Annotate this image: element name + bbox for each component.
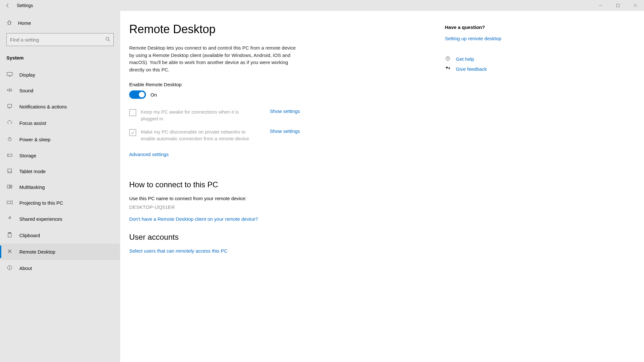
sidebar: Home System Display Sound Notificatio [0, 11, 120, 362]
sidebar-item-focus-assist[interactable]: Focus assist [0, 115, 120, 131]
sidebar-item-label: Display [19, 72, 35, 78]
svg-point-21 [9, 266, 10, 267]
storage-icon [6, 153, 13, 158]
clipboard-icon [6, 232, 13, 238]
feedback-icon [445, 66, 451, 72]
close-button[interactable] [627, 0, 644, 11]
svg-point-2 [106, 37, 109, 40]
svg-line-3 [109, 40, 110, 41]
sidebar-item-sound[interactable]: Sound [0, 83, 120, 98]
svg-rect-4 [7, 72, 12, 76]
help-panel: Have a question? Setting up remote deskt… [445, 23, 583, 362]
window-title: Settings [15, 3, 33, 8]
pc-name-label: Use this PC name to connect from your re… [129, 196, 426, 201]
arrow-left-icon [5, 3, 10, 8]
toggle-state: On [150, 92, 157, 97]
svg-rect-15 [10, 187, 12, 188]
svg-point-10 [8, 155, 9, 156]
give-feedback-label: Give feedback [456, 66, 487, 72]
power-icon [6, 136, 13, 143]
keep-awake-checkbox[interactable] [129, 109, 136, 116]
keep-awake-label: Keep my PC awake for connections when it… [141, 108, 257, 122]
notifications-icon [6, 104, 13, 110]
enable-remote-desktop-toggle[interactable] [129, 90, 146, 99]
maximize-icon [616, 4, 620, 7]
sidebar-nav: Display Sound Notifications & actions Fo… [0, 64, 120, 276]
discoverable-label: Make my PC discoverable on private netwo… [141, 128, 257, 142]
give-feedback-link[interactable]: Give feedback [445, 64, 583, 74]
multitasking-icon [6, 184, 13, 190]
search-icon [105, 37, 110, 42]
sidebar-item-power-sleep[interactable]: Power & sleep [0, 131, 120, 148]
svg-rect-1 [617, 4, 620, 7]
select-users-link[interactable]: Select users that can remotely access th… [129, 248, 227, 254]
svg-rect-14 [10, 185, 12, 186]
maximize-button[interactable] [609, 0, 627, 11]
svg-rect-13 [7, 185, 9, 188]
keep-awake-show-settings-link[interactable]: Show settings [270, 108, 300, 114]
have-a-question-heading: Have a question? [445, 24, 583, 30]
tablet-icon [6, 169, 13, 174]
discoverable-checkbox[interactable] [129, 129, 136, 136]
help-icon [445, 56, 451, 62]
focus-assist-icon [6, 120, 13, 126]
sidebar-item-label: Multitasking [19, 184, 45, 190]
minimize-icon [599, 4, 602, 7]
sidebar-item-tablet-mode[interactable]: Tablet mode [0, 163, 120, 179]
sidebar-item-clipboard[interactable]: Clipboard [0, 227, 120, 244]
sidebar-item-label: Sound [19, 88, 33, 93]
get-help-link[interactable]: Get help [445, 54, 583, 64]
sound-icon [6, 88, 13, 93]
how-to-connect-heading: How to connect to this PC [129, 180, 426, 189]
sidebar-item-multitasking[interactable]: Multitasking [0, 179, 120, 195]
sidebar-item-notifications[interactable]: Notifications & actions [0, 98, 120, 115]
keep-awake-option: Keep my PC awake for connections when it… [129, 107, 300, 126]
sidebar-item-label: Clipboard [19, 233, 40, 238]
sidebar-item-shared-experiences[interactable]: Shared experiences [0, 211, 120, 227]
enable-remote-desktop-label: Enable Remote Desktop [129, 82, 426, 87]
advanced-settings-link[interactable]: Advanced settings [129, 152, 169, 157]
pc-name: DESKTOP-IJQ51ER [129, 204, 426, 210]
discoverable-option: Make my PC discoverable on private netwo… [129, 126, 300, 146]
sidebar-item-storage[interactable]: Storage [0, 148, 120, 163]
check-icon [130, 130, 135, 135]
sidebar-home-label: Home [18, 20, 31, 26]
no-client-link[interactable]: Don't have a Remote Desktop client on yo… [129, 216, 258, 222]
user-accounts-heading: User accounts [129, 233, 426, 242]
sidebar-home[interactable]: Home [0, 16, 120, 30]
search-field[interactable] [10, 37, 105, 42]
main-content: Remote Desktop Remote Desktop lets you c… [120, 11, 644, 362]
window-controls [592, 0, 644, 11]
sidebar-item-about[interactable]: About [0, 260, 120, 276]
display-icon [6, 72, 13, 78]
sidebar-item-label: Power & sleep [19, 137, 51, 142]
sidebar-item-label: Projecting to this PC [19, 200, 63, 206]
title-bar: Settings [0, 0, 644, 11]
minimize-button[interactable] [592, 0, 609, 11]
sidebar-item-label: Focus assist [19, 120, 46, 126]
sidebar-item-label: Storage [19, 153, 36, 158]
page-description: Remote Desktop lets you connect to and c… [129, 44, 297, 73]
svg-rect-6 [8, 104, 12, 107]
sidebar-item-label: Notifications & actions [19, 104, 67, 109]
remote-desktop-icon [6, 249, 13, 255]
setting-up-remote-desktop-link[interactable]: Setting up remote desktop [445, 36, 583, 41]
sidebar-category: System [0, 51, 120, 64]
sidebar-item-projecting[interactable]: Projecting to this PC [0, 195, 120, 211]
discoverable-show-settings-link[interactable]: Show settings [270, 128, 300, 134]
svg-rect-16 [7, 201, 10, 204]
svg-point-23 [447, 60, 448, 60]
sidebar-item-label: Shared experiences [19, 216, 62, 222]
get-help-label: Get help [456, 56, 474, 62]
svg-rect-11 [8, 169, 12, 173]
projecting-icon [6, 200, 13, 206]
sidebar-item-display[interactable]: Display [0, 67, 120, 83]
search-input[interactable] [6, 33, 114, 46]
sidebar-item-remote-desktop[interactable]: Remote Desktop [0, 244, 120, 260]
sidebar-item-label: Remote Desktop [19, 249, 55, 255]
about-icon [6, 265, 13, 271]
sidebar-item-label: About [19, 265, 32, 271]
back-button[interactable] [0, 0, 15, 11]
home-icon [6, 20, 12, 26]
sidebar-item-label: Tablet mode [19, 169, 46, 174]
